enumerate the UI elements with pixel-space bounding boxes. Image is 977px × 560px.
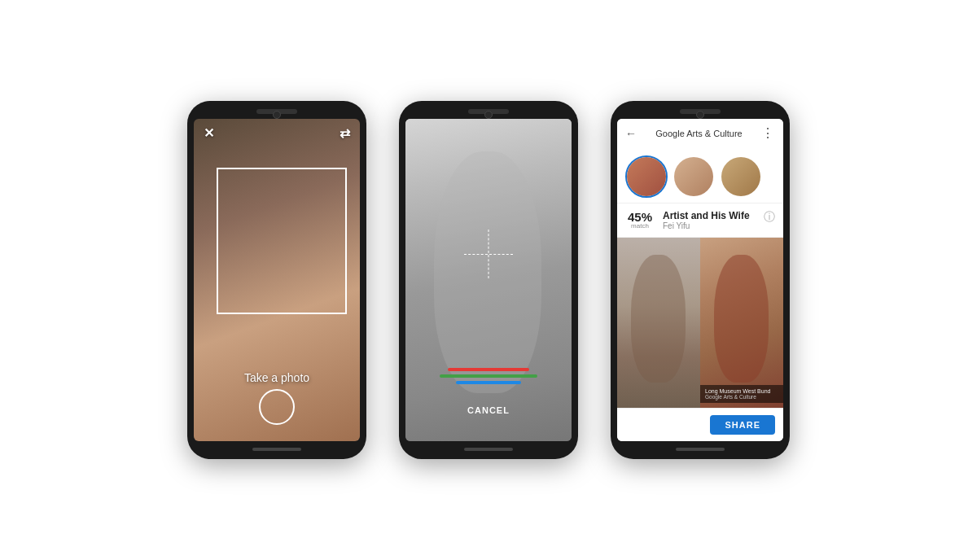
artwork-museum-label: Long Museum West Bund: [705, 388, 778, 394]
comparison-row: Long Museum West Bund Google Arts & Cult…: [617, 238, 783, 408]
phone-1-camera: [273, 111, 281, 119]
portrait-2[interactable]: [673, 155, 715, 198]
phone-1-screen: ✕ ⇄ Take a photo: [194, 119, 360, 441]
bw-face-bg: [405, 119, 572, 441]
artwork-label-overlay: Long Museum West Bund Google Arts & Cult…: [700, 385, 783, 403]
portrait-1[interactable]: [625, 155, 668, 198]
portrait-face-3: [721, 157, 760, 196]
phone-3-home-bar: [676, 448, 725, 451]
blue-bar: [456, 381, 521, 384]
crosshair-horizontal: [464, 254, 513, 255]
artwork-photo: Long Museum West Bund Google Arts & Cult…: [700, 238, 783, 408]
artwork-face-shape: [714, 255, 768, 383]
info-icon[interactable]: ⓘ: [764, 210, 775, 225]
back-button[interactable]: ←: [625, 127, 637, 140]
user-face-shape: [631, 255, 685, 383]
flip-camera-icon[interactable]: ⇄: [340, 125, 350, 141]
phone-2: CANCEL: [399, 101, 578, 459]
portrait-3[interactable]: [720, 155, 762, 198]
app-title: Google Arts & Culture: [642, 129, 756, 138]
artwork-title: Artist and His Wife: [663, 210, 756, 221]
green-bar: [440, 374, 537, 378]
match-percentage: 45% match: [625, 210, 655, 230]
artwork-credit-label: Google Arts & Culture: [705, 394, 778, 400]
phone-2-screen: CANCEL: [405, 119, 572, 441]
match-info: 45% match Artist and His Wife Fei Yifu ⓘ: [617, 203, 783, 238]
share-bar: SHARE: [617, 408, 783, 441]
app-bar: ← Google Arts & Culture ⋮: [617, 119, 783, 147]
phone-3-screen: ← Google Arts & Culture ⋮ 45%: [617, 119, 783, 441]
phone-3: ← Google Arts & Culture ⋮ 45%: [611, 101, 790, 459]
close-icon[interactable]: ✕: [204, 125, 214, 141]
artwork-info: Artist and His Wife Fei Yifu: [663, 210, 756, 230]
phone-1: ✕ ⇄ Take a photo: [187, 101, 366, 459]
cancel-label[interactable]: CANCEL: [467, 405, 510, 415]
artwork-artist: Fei Yifu: [663, 221, 756, 230]
portraits-row: [617, 147, 783, 203]
user-face-display: [617, 238, 700, 408]
percent-label: match: [631, 222, 649, 230]
artwork-face-display: [700, 238, 783, 408]
user-photo: [617, 238, 700, 408]
rgb-analysis-bars: [440, 368, 537, 384]
portrait-face-1: [627, 157, 666, 196]
red-bar: [448, 368, 529, 371]
camera-top-bar: ✕ ⇄: [194, 119, 360, 147]
portrait-face-2: [674, 157, 713, 196]
phone-1-home-bar: [252, 448, 301, 451]
shutter-button[interactable]: [259, 389, 295, 425]
phone-3-camera: [696, 111, 704, 119]
phone-2-home-bar: [464, 448, 513, 451]
take-photo-label: Take a photo: [244, 371, 309, 384]
share-button[interactable]: SHARE: [710, 415, 775, 435]
face-detection-box: [217, 168, 347, 314]
phone-2-camera: [484, 111, 493, 119]
phones-container: ✕ ⇄ Take a photo: [0, 0, 977, 560]
more-options-button[interactable]: ⋮: [761, 125, 775, 141]
